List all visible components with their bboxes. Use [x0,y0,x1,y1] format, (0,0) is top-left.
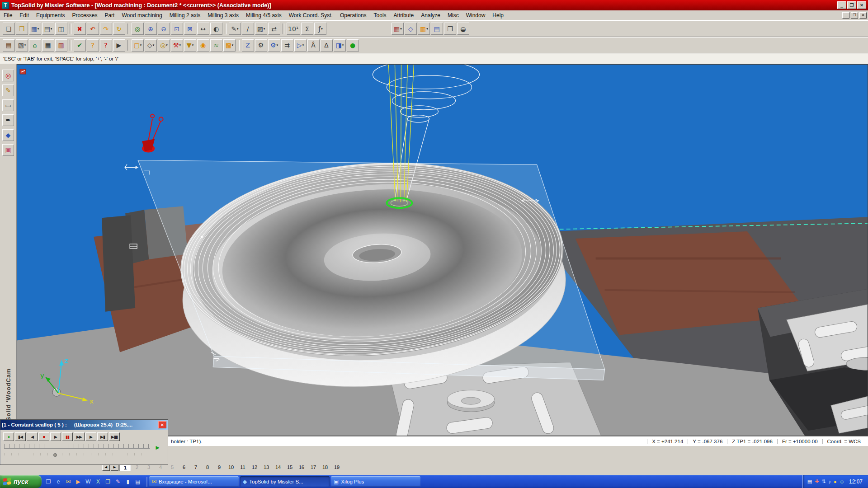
page-tab[interactable]: 13 [260,464,272,471]
line-icon[interactable]: ∕ [242,23,254,35]
slider-track[interactable] [4,448,150,449]
roughing-icon[interactable]: ▩ ▾ [223,39,236,52]
drilling-icon[interactable]: ◎ ▾ [158,39,170,52]
pocketing-icon[interactable]: ▢ ▾ [132,39,144,52]
pen-icon[interactable]: ✒ [2,114,14,126]
page-tab[interactable]: 18 [319,464,331,471]
context-help-icon[interactable]: ? [100,39,112,52]
pencil-icon[interactable]: ✎ [2,84,14,96]
print-preview-icon[interactable]: ◫ [55,23,67,35]
tray-antivirus-icon[interactable]: ✚ [815,479,819,484]
show-desktop-icon[interactable]: ❐ [44,478,52,486]
users-icon[interactable]: ◒ [457,23,469,35]
page-tab[interactable]: 15 [284,464,296,471]
minimize-button[interactable]: _ [837,1,846,9]
coordinate-system-icon[interactable]: ◇ [405,23,417,35]
pan-icon[interactable]: ↔ [197,23,209,35]
verify-icon[interactable]: ✔ [74,39,86,52]
child-close-button[interactable]: ✕ [859,12,867,19]
help-mode-icon[interactable]: ? [87,39,99,52]
viewpoint-icon[interactable]: ◎ [2,70,14,81]
toolbar-button[interactable] [283,23,284,34]
toolbar-button[interactable] [127,23,129,34]
media-player-icon[interactable]: ▶ [74,478,82,486]
sim-record-button[interactable]: ■ [38,432,49,441]
zoom-out-icon[interactable]: ⊖ [158,23,170,35]
undo-icon[interactable]: ↶ [87,23,99,35]
page-tab[interactable]: 6 [178,464,190,471]
stock-definition-icon[interactable]: ▧ ▾ [16,39,28,52]
eraser-icon[interactable]: ▭ [2,99,14,111]
paint-icon[interactable]: ✎ [114,478,122,486]
zoom-in-icon[interactable]: ⊕ [145,23,157,35]
outlook-icon[interactable]: ✉ [64,478,72,486]
sweeping-icon[interactable]: ≈ [210,39,222,52]
child-restore-button[interactable]: ❐ [851,12,858,19]
notepad-icon[interactable]: ▤ [134,478,142,486]
toolbar-button[interactable] [70,40,71,51]
internet-explorer-icon[interactable]: e [54,478,62,486]
sum-icon[interactable]: Σ [301,23,313,35]
page-tab[interactable]: 9 [213,464,225,471]
sim-reset-button[interactable]: ● [3,432,14,441]
menu-item[interactable]: Milling 4/5 axis [242,10,285,20]
solids-icon[interactable]: ◆ [2,129,14,141]
sim-to-start-button[interactable]: ▮◀ [15,432,26,441]
document-info-icon[interactable]: ❒ [444,23,456,35]
menu-item[interactable]: Attribute [390,10,418,20]
page-tab[interactable]: 16 [296,464,307,471]
page-tab[interactable]: 7 [190,464,202,471]
function-icon[interactable]: ƒ ▾ [314,23,326,35]
dialog-titlebar[interactable]: [1 - Constant scallop ( 5 ) : (Шаровая 2… [0,420,168,430]
menu-item[interactable]: File [0,10,16,20]
z-level-icon[interactable]: Z [242,39,254,52]
toolbar-button[interactable] [70,23,71,34]
sketch-icon[interactable]: ✎ ▾ [229,23,241,35]
toolbar-button[interactable] [225,23,226,34]
facing-icon[interactable]: ◉ [197,39,209,52]
hatch-icon[interactable]: ▨ ▾ [255,23,267,35]
machine-setup-icon[interactable]: ⚙ ▾ [268,39,280,52]
simulation-icon[interactable]: ▷ ▾ [294,39,307,52]
tray-volume-icon[interactable]: ♪ [829,479,831,484]
regenerate-icon[interactable]: ↻ [113,23,125,35]
sim-pause-button[interactable]: ▮▮ [62,432,73,441]
machine-origin-icon[interactable]: ⌂ [29,39,41,52]
run-simulation-icon[interactable]: ● [347,39,359,52]
simulation-player-dialog[interactable]: [1 - Constant scallop ( 5 ) : (Шаровая 2… [0,419,168,465]
tray-network-icon[interactable]: ⇅ [821,479,826,484]
menu-item[interactable]: Processes [68,10,101,20]
cmd-icon[interactable]: ▮ [124,478,132,486]
menu-item[interactable]: Misc [444,10,462,20]
sim-next-op-button[interactable]: ▶ [85,432,96,441]
child-minimize-button[interactable]: _ [842,12,849,19]
taskbar-task-xilog[interactable]: ▣ Xilog Plus [331,476,420,487]
page-tab[interactable]: 10 [225,464,237,471]
contouring-icon[interactable]: ◇ ▾ [145,39,157,52]
delete-icon[interactable]: ✖ [74,23,86,35]
menu-item[interactable]: Operations [336,10,370,20]
tooling-table-icon[interactable]: ▦ [42,39,54,52]
toolbar-button[interactable] [238,40,240,51]
sim-to-end-button[interactable]: ▶▮▮ [109,432,120,441]
taskbar-task-topsolid[interactable]: ◆ TopSolid by Missler S... [240,476,330,487]
menu-item[interactable]: Edit [16,10,33,20]
table-icon[interactable]: ▥ ▾ [418,23,430,35]
plotter-icon[interactable]: ▤ [431,23,443,35]
grid-icon[interactable]: ▦ ▾ [392,23,404,35]
menu-item[interactable]: Tools [370,10,390,20]
sim-fast-forward-button[interactable]: ▶▶ [74,432,85,441]
menu-item[interactable]: Milling 3 axis [204,10,242,20]
sim-step-forward-button[interactable]: ▶▮ [97,432,108,441]
dialog-close-button[interactable]: ✕ [158,421,166,428]
menu-item[interactable]: Work Coord. Syst. [285,10,336,20]
zoom-fit-icon[interactable]: ⊠ [184,23,196,35]
materials-icon[interactable]: ▣ [2,144,14,156]
post-processor-icon[interactable]: ⇉ [281,39,293,52]
new-document-icon[interactable]: ❏ [3,23,15,35]
page-tab[interactable]: 17 [307,464,319,471]
sim-play-button[interactable]: ▶ [50,432,61,441]
window-titlebar[interactable]: T TopSolid by Missler Software - [Wood m… [0,0,868,10]
simulation-slider[interactable]: ▶ [3,444,165,460]
print-icon[interactable]: ▤ ▾ [42,23,54,35]
